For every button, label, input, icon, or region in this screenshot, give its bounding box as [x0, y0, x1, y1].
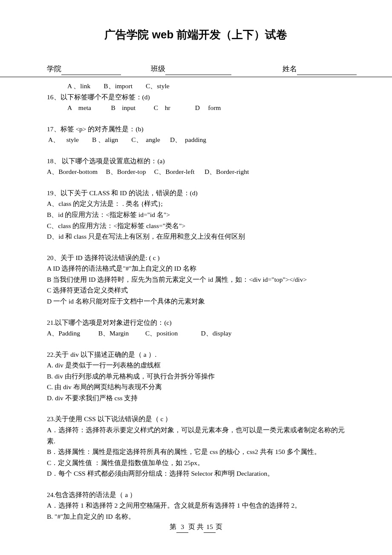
q19-b: B、id 的应用方法：<指定标签 id="id 名"> [47, 209, 345, 220]
q22-a: A. div 是类似于一行一列表格的虚线框 [47, 360, 345, 371]
q22-d: D. div 不要求我们严格 css 支持 [47, 393, 345, 404]
field-class-input[interactable] [165, 66, 231, 75]
field-name: 姓名 [282, 63, 357, 75]
field-class-label: 班级 [151, 63, 165, 75]
field-school-label: 学院 [47, 63, 61, 75]
q23-a: A．选择符：选择符表示要定义样式的对象，可以是元素本身，也可以是一类元素或者制定… [47, 425, 345, 446]
field-name-input[interactable] [297, 66, 357, 75]
q16-options: A meta B input C hr D form [47, 102, 345, 113]
field-school: 学院 [47, 63, 121, 75]
q23-d: D．每个 CSS 样式都必须由两部分组成：选择符 Selector 和声明 De… [47, 468, 345, 479]
q21-stem: 21.以下哪个选项是对对象进行定位的：(c) [47, 317, 345, 328]
q16-stem: 16、以下标签哪个不是空标签：(d) [47, 92, 345, 103]
q22-stem: 22.关于 div 以下描述正确的是（ a ）. [47, 349, 345, 360]
q20-d: D 一个 id 名称只能对应于文档中一个具体的元素对象 [47, 296, 345, 307]
header-divider [0, 77, 392, 77]
q23-b: B．选择属性：属性是指定选择符所具有的属性，它是 css 的核心，css2 共有… [47, 446, 345, 457]
q17-stem: 17、标签 <p> 的对齐属性是：(b) [47, 124, 345, 135]
q19-stem: 19、以下关于 CLASS 和 ID 的说法，错误的是：(d) [47, 188, 345, 199]
page-footer: 第3页 共15页 [0, 521, 392, 533]
q18-stem: 18、 以下哪个选项是设置底边框的：(a) [47, 156, 345, 167]
footer-p3: 页 [216, 523, 222, 530]
q24-a: A．选择符 1 和选择符 2 之间用空格隔开。含义就是所有选择符 1 中包含的选… [47, 500, 345, 511]
footer-p2: 页 共 [188, 523, 204, 530]
q23-stem: 23.关于使用 CSS 以下说法错误的是（ c ） [47, 413, 345, 425]
q19-c: C、class 的应用方法：<指定标签 class="类名"> [47, 220, 345, 231]
q18-options: A、Border-bottom B、Border-top C、Border-le… [47, 166, 345, 177]
exam-title: 广告学院 web 前端开发（上下）试卷 [47, 26, 345, 44]
field-school-input[interactable] [61, 66, 121, 75]
exam-content: A 、link B、import C、style 16、以下标签哪个不是空标签：… [47, 81, 345, 522]
q19-a: A、class 的定义方法是： . 类名 {样式}; [47, 198, 345, 209]
q20-b: B 当我们使用 ID 选择符时，应先为当前元素定义一个 id 属性，如：<div… [47, 274, 345, 285]
q20-a: A ID 选择符的语法格式是"#"加上自定义的 ID 名称 [47, 263, 345, 274]
q17-options: A、 style B 、align C、 angle D、 padding [47, 134, 345, 145]
q24-b: B. "#"加上自定义的 ID 名称。 [47, 511, 345, 522]
q24-stem: 24.包含选择符的语法是（ a ） [47, 489, 345, 500]
footer-page-current: 3 [176, 521, 188, 533]
q22-c: C. 由 div 布局的网页结构与表现不分离 [47, 382, 345, 393]
q20-c: C 选择符更适合定义类样式 [47, 285, 345, 296]
q21-options: A、Padding B、Margin C、position D、display [47, 328, 345, 339]
field-name-label: 姓名 [282, 63, 297, 75]
q20-stem: 20、关于 ID 选择符说法错误的是: ( c ) [47, 252, 345, 263]
header-fields: 学院 班级 姓名 [47, 63, 345, 75]
q23-c: C．定义属性值 ：属性值是指数值加单位，如 25px。 [47, 457, 345, 468]
q22-b: B. div 由行列形成的单元格构成，可执行合并拆分等操作 [47, 371, 345, 382]
q19-d: D、id 和 class 只是在写法上有区别，在应用和意义上没有任何区别 [47, 231, 345, 242]
footer-page-total: 15 [204, 521, 216, 533]
field-class: 班级 [151, 63, 231, 75]
footer-p1: 第 [170, 523, 176, 530]
q15-options: A 、link B、import C、style [47, 81, 345, 92]
